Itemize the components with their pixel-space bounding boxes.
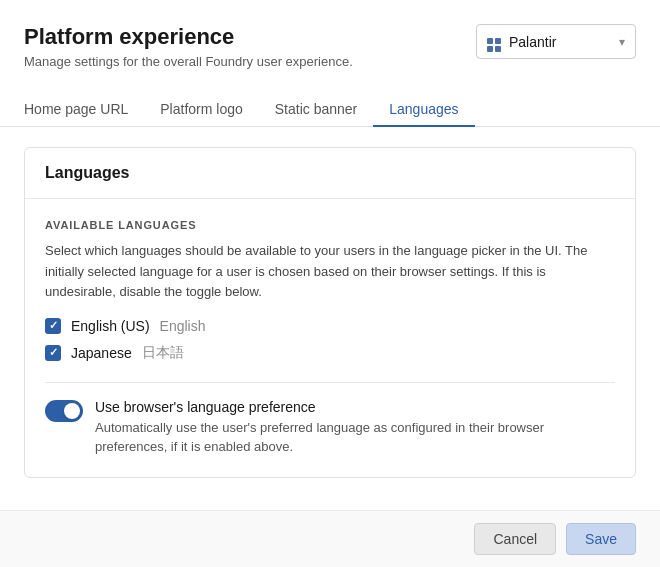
toggle-label: Use browser's language preference: [95, 399, 615, 415]
checkbox-japanese[interactable]: ✓: [45, 345, 61, 361]
footer: Cancel Save: [0, 510, 660, 567]
workspace-selector[interactable]: Palantir ▾: [476, 24, 636, 59]
lang-name-english: English (US): [71, 318, 150, 334]
header: Platform experience Manage settings for …: [0, 0, 660, 69]
tabs-bar: Home page URL Platform logo Static banne…: [0, 77, 660, 127]
page-subtitle: Manage settings for the overall Foundry …: [24, 54, 353, 69]
language-list: ✓ English (US) English ✓ Japanese 日本語: [45, 318, 615, 362]
card-body: AVAILABLE LANGUAGES Select which languag…: [25, 199, 635, 476]
language-item-japanese: ✓ Japanese 日本語: [45, 344, 615, 362]
toggle-knob: [64, 403, 80, 419]
languages-card: Languages AVAILABLE LANGUAGES Select whi…: [24, 147, 636, 477]
page-container: Platform experience Manage settings for …: [0, 0, 660, 567]
cancel-button[interactable]: Cancel: [474, 523, 556, 555]
toggle-row: Use browser's language preference Automa…: [45, 399, 615, 457]
checkbox-english[interactable]: ✓: [45, 318, 61, 334]
checkmark-icon: ✓: [49, 347, 58, 358]
divider: [45, 382, 615, 383]
tab-platform-logo[interactable]: Platform logo: [144, 93, 258, 127]
browser-language-toggle[interactable]: [45, 400, 83, 422]
save-button[interactable]: Save: [566, 523, 636, 555]
checkmark-icon: ✓: [49, 320, 58, 331]
section-description: Select which languages should be availab…: [45, 241, 615, 301]
page-title: Platform experience: [24, 24, 353, 50]
content-area: Languages AVAILABLE LANGUAGES Select whi…: [0, 127, 660, 510]
lang-native-english: English: [160, 318, 206, 334]
card-header: Languages: [25, 148, 635, 199]
workspace-selector-inner: Palantir: [487, 31, 556, 52]
lang-name-japanese: Japanese: [71, 345, 132, 361]
toggle-description: Automatically use the user's preferred l…: [95, 418, 615, 457]
header-left: Platform experience Manage settings for …: [24, 24, 353, 69]
tab-static-banner[interactable]: Static banner: [259, 93, 374, 127]
chevron-down-icon: ▾: [619, 35, 625, 49]
workspace-name: Palantir: [509, 34, 556, 50]
tab-languages[interactable]: Languages: [373, 93, 474, 127]
language-item-english: ✓ English (US) English: [45, 318, 615, 334]
section-label: AVAILABLE LANGUAGES: [45, 219, 615, 231]
card-title: Languages: [45, 164, 129, 181]
grid-icon: [487, 31, 501, 52]
toggle-content: Use browser's language preference Automa…: [95, 399, 615, 457]
lang-native-japanese: 日本語: [142, 344, 184, 362]
tab-home-page-url[interactable]: Home page URL: [24, 93, 144, 127]
